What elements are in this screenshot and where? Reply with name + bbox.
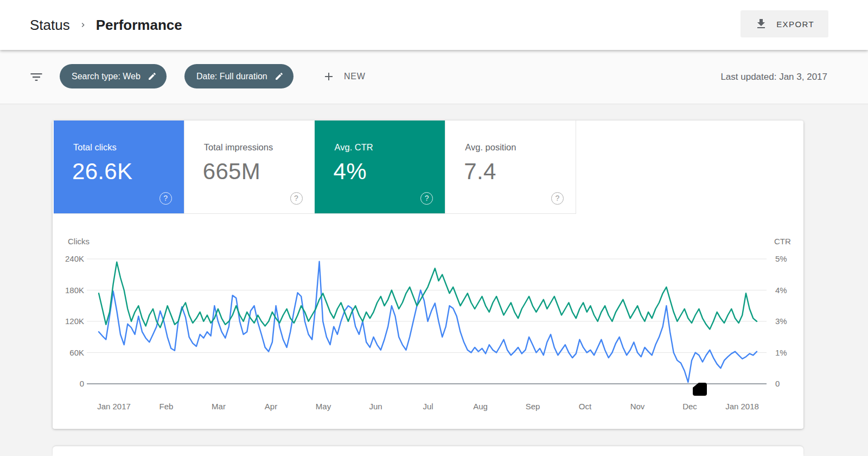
- left-axis-tick: 180K: [53, 286, 84, 295]
- download-icon: [755, 17, 768, 30]
- search-console-performance-page: Status Performance EXPORT Search type: W…: [0, 0, 868, 456]
- right-axis-tick: 1%: [775, 348, 787, 357]
- edit-pencil-icon: [275, 72, 284, 81]
- x-axis-label: Jul: [423, 402, 433, 411]
- new-filter-button-label: NEW: [344, 72, 366, 81]
- x-axis-label: Mar: [212, 402, 226, 411]
- search-type-filter-chip[interactable]: Search type: Web: [60, 64, 167, 88]
- filter-bar: Search type: Web Date: Full duration NEW…: [0, 50, 868, 104]
- last-updated-text: Last updated: Jan 3, 2017: [720, 50, 827, 104]
- x-axis-label: Dec: [682, 402, 697, 411]
- mouse-cursor-artifact: [692, 382, 708, 397]
- page-header: Status Performance EXPORT: [0, 0, 868, 50]
- right-axis-tick: 5%: [775, 254, 787, 263]
- performance-chart-card: Total clicks 26.6K ? Total impressions 6…: [53, 121, 803, 429]
- right-axis-tick: 3%: [775, 316, 787, 326]
- right-axis-tick: 4%: [775, 286, 787, 295]
- date-filter-chip[interactable]: Date: Full duration: [184, 64, 293, 88]
- chart-plot-area: [53, 121, 803, 429]
- next-card-top-edge: [53, 446, 803, 456]
- edit-pencil-icon: [148, 72, 157, 81]
- filter-list-icon[interactable]: [29, 69, 44, 85]
- x-axis-label: May: [316, 402, 331, 411]
- search-type-chip-label: Search type: Web: [72, 72, 141, 81]
- x-axis-label: Oct: [579, 402, 591, 411]
- x-axis-label: Jun: [369, 402, 382, 411]
- plus-icon: [322, 70, 335, 83]
- new-filter-button[interactable]: NEW: [319, 64, 369, 88]
- series-line-clicks: [99, 262, 757, 382]
- right-axis-tick: 0: [775, 379, 780, 388]
- x-axis-label: Jan 2017: [97, 402, 131, 411]
- x-axis-label: Nov: [630, 402, 645, 411]
- export-button-label: EXPORT: [776, 20, 814, 29]
- x-axis-label: Aug: [473, 402, 488, 411]
- timeseries-chart: Clicks CTR 060K120K180K240K 01%3%4%5% Ja…: [53, 121, 803, 429]
- export-button[interactable]: EXPORT: [741, 10, 828, 37]
- x-axis-label: Feb: [159, 402, 174, 411]
- left-axis-tick: 240K: [53, 254, 84, 263]
- date-chip-label: Date: Full duration: [196, 72, 267, 81]
- chevron-right-icon: [79, 21, 87, 29]
- breadcrumb-status-link[interactable]: Status: [30, 17, 70, 34]
- left-axis-tick: 0: [53, 379, 84, 388]
- left-axis-tick: 120K: [53, 316, 84, 326]
- x-axis-label: Jan 2018: [725, 402, 759, 411]
- x-axis-label: Sep: [526, 402, 540, 411]
- page-title: Performance: [96, 17, 182, 34]
- left-axis-tick: 60K: [53, 348, 84, 357]
- x-axis-label: Apr: [265, 402, 277, 411]
- breadcrumb: Status Performance: [30, 0, 182, 50]
